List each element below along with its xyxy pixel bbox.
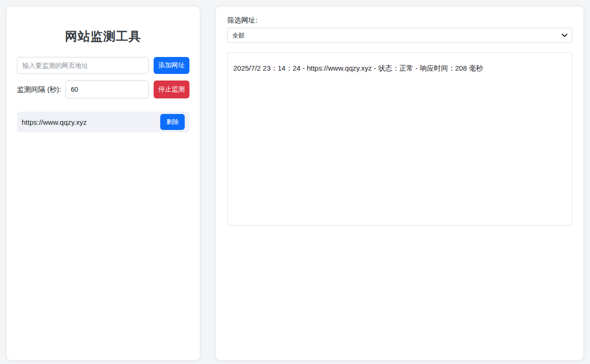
stop-monitor-button[interactable]: 停止监测 xyxy=(154,81,189,98)
log-container: 2025/7/2 23：14：24 - https://www.qqzy.xyz… xyxy=(227,52,572,226)
app-title: 网站监测工具 xyxy=(17,28,189,45)
site-list-item: https://www.qqzy.xyz 删除 xyxy=(17,112,189,132)
site-list: https://www.qqzy.xyz 删除 xyxy=(17,112,189,132)
interval-row: 监测间隔 (秒): 停止监测 xyxy=(17,81,189,98)
interval-input[interactable] xyxy=(66,81,149,98)
filter-select[interactable]: 全部 xyxy=(227,28,572,43)
page: 网站监测工具 添加网址 监测间隔 (秒): 停止监测 https://www.q… xyxy=(0,0,590,364)
delete-site-button[interactable]: 删除 xyxy=(160,114,185,130)
monitor-panel: 网站监测工具 添加网址 监测间隔 (秒): 停止监测 https://www.q… xyxy=(7,7,200,360)
url-input[interactable] xyxy=(17,57,149,74)
filter-select-wrapper: 全部 xyxy=(227,28,572,43)
add-url-row: 添加网址 xyxy=(17,57,189,74)
log-panel: 筛选网址: 全部 2025/7/2 23：14：24 - https://www… xyxy=(216,7,583,360)
add-url-button[interactable]: 添加网址 xyxy=(154,57,189,74)
log-entry: 2025/7/2 23：14：24 - https://www.qqzy.xyz… xyxy=(233,63,566,74)
filter-label: 筛选网址: xyxy=(227,16,572,25)
site-url: https://www.qqzy.xyz xyxy=(22,118,87,126)
interval-label: 监测间隔 (秒): xyxy=(17,85,61,94)
